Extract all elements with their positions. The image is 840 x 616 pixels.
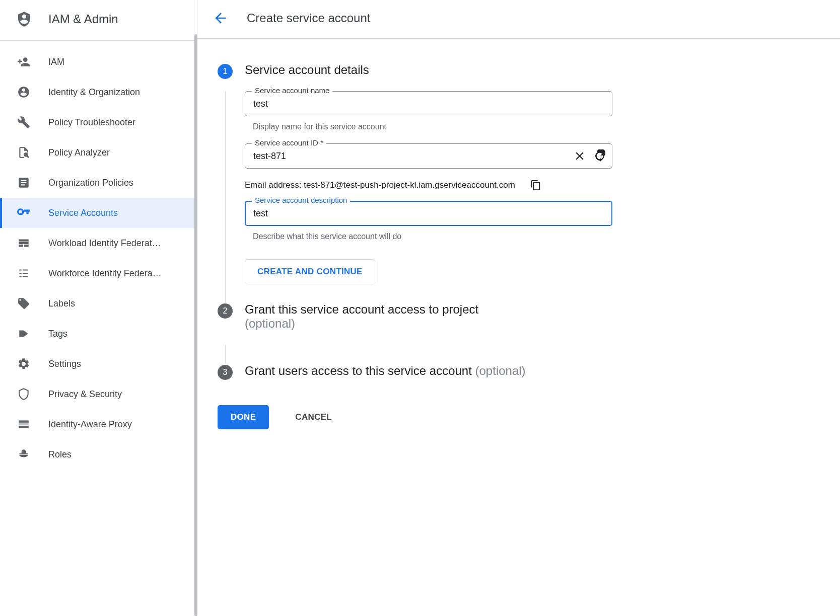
sidebar-item-privacy-security[interactable]: Privacy & Security bbox=[0, 379, 197, 409]
sidebar-item-identity-org[interactable]: Identity & Organization bbox=[0, 77, 197, 107]
sidebar-item-roles[interactable]: Roles bbox=[0, 439, 197, 470]
email-address-row: Email address: test-871@test-push-projec… bbox=[245, 180, 612, 191]
desc-label: Service account description bbox=[252, 196, 350, 204]
sidebar-item-org-policies[interactable]: Organization Policies bbox=[0, 168, 197, 198]
sidebar-title: IAM & Admin bbox=[48, 12, 118, 26]
sidebar-item-iap[interactable]: Identity-Aware Proxy bbox=[0, 409, 197, 439]
article-icon bbox=[17, 176, 30, 189]
sidebar-item-label: Roles bbox=[48, 449, 72, 460]
sidebar-item-workforce-identity[interactable]: Workforce Identity Federa… bbox=[0, 258, 197, 288]
sidebar-item-label: Settings bbox=[48, 359, 81, 369]
id-input[interactable] bbox=[245, 143, 612, 169]
name-label: Service account name bbox=[252, 86, 332, 95]
email-value: test-871@test-push-project-kl.iam.gservi… bbox=[304, 180, 515, 190]
field-service-account-id: Service account ID * bbox=[245, 143, 612, 169]
footer-buttons: DONE CANCEL bbox=[218, 405, 820, 429]
key-account-icon bbox=[17, 206, 30, 219]
main-header: Create service account bbox=[197, 0, 840, 39]
sidebar-item-policy-analyzer[interactable]: Policy Analyzer bbox=[0, 137, 197, 168]
sidebar-item-label: IAM bbox=[48, 57, 64, 67]
step-2-badge: 2 bbox=[218, 303, 233, 319]
sidebar-item-tags[interactable]: Tags bbox=[0, 319, 197, 349]
id-label: Service account ID * bbox=[252, 138, 326, 147]
desc-helper: Describe what this service account will … bbox=[253, 232, 612, 241]
sidebar-item-label: Service Accounts bbox=[48, 208, 118, 218]
step-connector-2 bbox=[225, 345, 226, 364]
refresh-icon[interactable] bbox=[593, 149, 606, 163]
sidebar-item-policy-troubleshooter[interactable]: Policy Troubleshooter bbox=[0, 107, 197, 137]
account-circle-icon bbox=[17, 86, 30, 99]
sidebar-item-service-accounts[interactable]: Service Accounts bbox=[0, 198, 197, 228]
bookmark-icon bbox=[17, 327, 30, 340]
back-arrow-icon[interactable] bbox=[213, 10, 229, 26]
step-1-badge: 1 bbox=[218, 64, 233, 79]
cancel-button[interactable]: CANCEL bbox=[283, 405, 344, 429]
sidebar-header: IAM & Admin bbox=[0, 0, 197, 41]
hat-icon bbox=[17, 448, 30, 461]
person-add-icon bbox=[17, 55, 30, 68]
list-icon bbox=[17, 267, 30, 280]
step-2: 2 Grant this service account access to p… bbox=[218, 302, 820, 345]
step-3-title: Grant users access to this service accou… bbox=[245, 364, 820, 378]
sidebar: IAM & Admin IAM Identity & Organization … bbox=[0, 0, 197, 616]
content: 1 Service account details Service accoun… bbox=[197, 39, 840, 439]
name-input[interactable] bbox=[245, 91, 612, 116]
iam-shield-logo-icon bbox=[16, 10, 32, 28]
sidebar-item-label: Privacy & Security bbox=[48, 389, 122, 400]
sidebar-item-label: Policy Analyzer bbox=[48, 147, 110, 158]
step-1-title: Service account details bbox=[245, 63, 820, 77]
clear-icon[interactable] bbox=[573, 149, 586, 163]
desc-input[interactable] bbox=[245, 201, 612, 226]
doc-search-icon bbox=[17, 146, 30, 159]
sidebar-item-label: Organization Policies bbox=[48, 178, 133, 188]
label-icon bbox=[17, 297, 30, 310]
copy-icon[interactable] bbox=[530, 180, 541, 191]
field-service-account-name: Service account name bbox=[245, 91, 612, 116]
step-connector-1 bbox=[225, 91, 226, 302]
shield-icon bbox=[17, 388, 30, 401]
sidebar-item-iam[interactable]: IAM bbox=[0, 47, 197, 77]
step-2-title: Grant this service account access to pro… bbox=[245, 302, 820, 331]
sidebar-item-label: Labels bbox=[48, 298, 75, 309]
sidebar-item-workload-identity[interactable]: Workload Identity Federat… bbox=[0, 228, 197, 258]
scrollbar[interactable] bbox=[194, 34, 197, 616]
sidebar-item-label: Tags bbox=[48, 329, 67, 339]
sidebar-menu: IAM Identity & Organization Policy Troub… bbox=[0, 41, 197, 470]
sidebar-item-label: Identity-Aware Proxy bbox=[48, 419, 132, 430]
main-panel: Create service account 1 Service account… bbox=[197, 0, 840, 616]
iap-icon bbox=[17, 418, 30, 431]
name-helper: Display name for this service account bbox=[253, 122, 612, 131]
page-title: Create service account bbox=[247, 11, 370, 25]
step-3: 3 Grant users access to this service acc… bbox=[218, 364, 820, 392]
sidebar-item-label: Workforce Identity Federa… bbox=[48, 268, 162, 279]
gear-icon bbox=[17, 357, 30, 370]
sidebar-item-settings[interactable]: Settings bbox=[0, 349, 197, 379]
done-button[interactable]: DONE bbox=[218, 405, 269, 429]
sidebar-item-label: Workload Identity Federat… bbox=[48, 238, 161, 249]
sidebar-item-label: Identity & Organization bbox=[48, 87, 140, 98]
email-label: Email address: bbox=[245, 180, 304, 190]
wrench-icon bbox=[17, 116, 30, 129]
step-3-badge: 3 bbox=[218, 365, 233, 380]
sidebar-item-labels[interactable]: Labels bbox=[0, 288, 197, 319]
create-and-continue-button[interactable]: CREATE AND CONTINUE bbox=[245, 259, 375, 284]
workload-icon bbox=[17, 237, 30, 250]
sidebar-item-label: Policy Troubleshooter bbox=[48, 117, 135, 128]
field-service-account-description: Service account description bbox=[245, 201, 612, 226]
